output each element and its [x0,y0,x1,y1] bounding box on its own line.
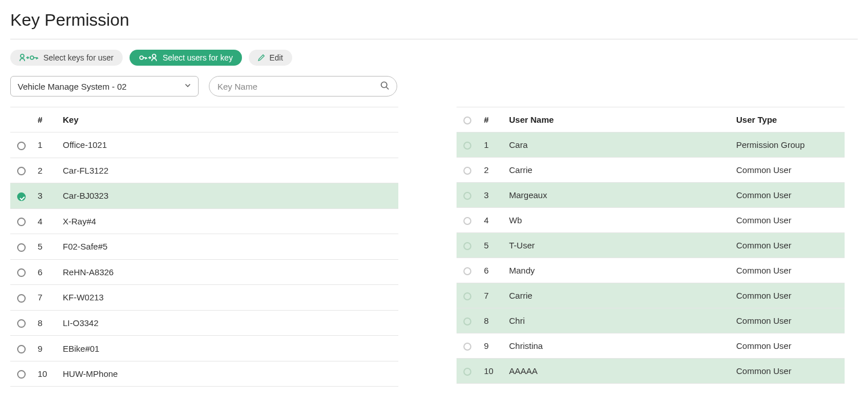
key-to-user-icon [139,53,158,62]
key-radio[interactable] [17,268,26,277]
key-radio[interactable] [17,319,26,328]
user-checkbox[interactable] [463,343,471,351]
select-keys-label: Select keys for user [43,53,114,62]
edit-button[interactable]: Edit [249,50,292,66]
key-row-name: F02-Safe#5 [57,234,398,260]
key-row-name: Car-FL3122 [57,158,398,183]
user-row-num: 5 [478,233,503,258]
user-row-type: Common User [730,359,845,384]
key-radio[interactable] [17,142,26,150]
system-select[interactable]: Vehicle Manage System - 02 [10,76,199,97]
users-header-type: User Type [730,107,845,132]
user-row-name: Carrie [503,283,730,308]
user-row-num: 6 [478,258,503,283]
keys-header-key: Key [57,107,398,132]
user-checkbox[interactable] [463,292,471,300]
user-checkbox[interactable] [463,192,471,200]
user-row[interactable]: 2CarrieCommon User [457,158,845,183]
select-all-checkbox[interactable] [463,116,471,124]
user-row-num: 3 [478,183,503,208]
key-row-name: EBike#01 [57,336,398,361]
user-row-name: Cara [503,132,730,158]
user-row-name: Wb [503,208,730,233]
key-radio[interactable] [17,192,26,201]
user-row-type: Common User [730,158,845,183]
user-checkbox[interactable] [463,242,471,250]
mode-toolbar: Select keys for user Select users for ke… [10,50,858,66]
key-row-num: 6 [32,259,57,285]
key-row[interactable]: 9EBike#01 [10,336,398,361]
user-row-name: Mandy [503,258,730,283]
user-row-num: 4 [478,208,503,233]
user-row-type: Common User [730,233,845,258]
key-row[interactable]: 3Car-BJ0323 [10,183,398,209]
edit-label: Edit [269,53,283,62]
key-row[interactable]: 5F02-Safe#5 [10,234,398,260]
keys-table: # Key 1Office-10212Car-FL31223Car-BJ0323… [10,107,398,387]
user-row[interactable]: 8ChriCommon User [457,308,845,333]
user-row-type: Common User [730,333,845,359]
user-row-type: Common User [730,308,845,333]
user-row[interactable]: 6MandyCommon User [457,258,845,283]
key-row[interactable]: 6ReHN-A8326 [10,259,398,285]
key-row[interactable]: 8LI-O3342 [10,310,398,336]
user-row-type: Common User [730,208,845,233]
user-row-name: T-User [503,233,730,258]
user-row-num: 7 [478,283,503,308]
key-row[interactable]: 7KF-W0213 [10,285,398,311]
user-row[interactable]: 3MargeauxCommon User [457,183,845,208]
user-checkbox[interactable] [463,267,471,275]
user-checkbox[interactable] [463,368,471,376]
key-radio[interactable] [17,370,26,379]
key-row-name: Car-BJ0323 [57,183,398,209]
search-icon [380,81,389,92]
user-row-type: Permission Group [730,132,845,158]
key-row-name: Office-1021 [57,132,398,158]
key-radio[interactable] [17,167,26,175]
key-row[interactable]: 4X-Ray#4 [10,208,398,234]
user-checkbox[interactable] [463,217,471,225]
key-row-num: 2 [32,158,57,183]
key-row[interactable]: 1Office-1021 [10,132,398,158]
user-row[interactable]: 7CarrieCommon User [457,283,845,308]
key-radio[interactable] [17,243,26,252]
key-row-num: 1 [32,132,57,158]
select-keys-for-user-button[interactable]: Select keys for user [10,50,123,66]
user-checkbox[interactable] [463,317,471,325]
key-row-num: 8 [32,310,57,336]
key-row[interactable]: 2Car-FL3122 [10,158,398,183]
user-checkbox[interactable] [463,142,471,150]
key-row-num: 5 [32,234,57,260]
user-row-num: 8 [478,308,503,333]
user-row[interactable]: 10AAAAACommon User [457,359,845,384]
user-row-type: Common User [730,283,845,308]
key-radio[interactable] [17,218,26,226]
user-row[interactable]: 5T-UserCommon User [457,233,845,258]
user-row-name: AAAAA [503,359,730,384]
key-radio[interactable] [17,294,26,303]
user-row-num: 1 [478,132,503,158]
select-users-for-key-button[interactable]: Select users for key [130,50,242,66]
user-row-type: Common User [730,258,845,283]
key-row-name: KF-W0213 [57,285,398,311]
keys-header-num: # [32,107,57,132]
key-row-num: 3 [32,183,57,209]
key-row-name: HUW-MPhone [57,361,398,387]
users-header-num: # [478,107,503,132]
user-row[interactable]: 1CaraPermission Group [457,132,845,158]
user-row-type: Common User [730,183,845,208]
key-search-input[interactable] [209,76,397,97]
user-to-key-icon [19,53,39,62]
user-row[interactable]: 9ChristinaCommon User [457,333,845,359]
svg-point-1 [30,56,34,59]
svg-point-0 [21,54,24,58]
key-row[interactable]: 10HUW-MPhone [10,361,398,387]
user-row[interactable]: 4WbCommon User [457,208,845,233]
key-row-num: 4 [32,208,57,234]
filter-row: Vehicle Manage System - 02 [10,76,858,97]
key-radio[interactable] [17,345,26,353]
key-row-num: 9 [32,336,57,361]
user-checkbox[interactable] [463,167,471,175]
key-row-name: LI-O3342 [57,310,398,336]
users-table: # User Name User Type 1CaraPermission Gr… [457,107,845,384]
